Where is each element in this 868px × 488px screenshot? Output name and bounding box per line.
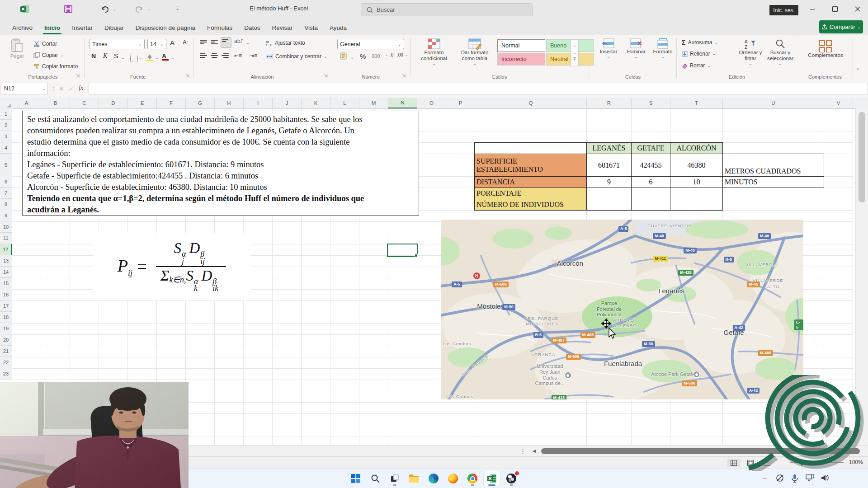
column-header-H[interactable]: H (215, 98, 244, 108)
search-box[interactable]: Buscar (361, 3, 533, 16)
increase-decimal-button[interactable]: ←.0 (385, 52, 393, 57)
font-name-combo[interactable]: Times⌄ (90, 39, 145, 49)
tab-vista[interactable]: Vista (298, 21, 324, 35)
column-header-D[interactable]: D (99, 98, 128, 108)
find-select-button[interactable]: Buscar yseleccionar⌄ (763, 39, 797, 66)
row-header-20[interactable]: 20 (0, 334, 12, 346)
undo-icon[interactable] (100, 4, 110, 14)
select-all-corner[interactable] (0, 98, 12, 108)
tab-archivo[interactable]: Archivo (6, 21, 38, 35)
accounting-format-button[interactable] (340, 52, 349, 61)
table-value-cell[interactable]: 601671 (586, 154, 632, 177)
sort-filter-button[interactable]: AZ Ordenar yfiltrar⌄ (735, 39, 766, 66)
cut-button[interactable]: Cortar (33, 41, 57, 47)
table-value-cell[interactable] (670, 199, 723, 211)
column-header-E[interactable]: E (128, 98, 157, 108)
increase-indent-button[interactable]: ⇥≡ (250, 52, 257, 59)
save-icon[interactable] (63, 4, 73, 14)
formula-input[interactable] (89, 83, 868, 94)
map-image[interactable]: Auto. Radial 5 AlcorcónLeganésMóstolesFu… (441, 220, 803, 399)
column-header-M[interactable]: M (359, 98, 388, 108)
borders-icon[interactable] (130, 54, 138, 61)
table-header-getafe[interactable]: GETAFE (631, 142, 670, 154)
tray-chevron-icon[interactable]: ︿ (762, 474, 768, 482)
table-value-cell[interactable]: 10 (670, 176, 723, 188)
table-value-cell[interactable]: 46380 (670, 154, 723, 177)
gallery-scroll[interactable]: ⌃⌄⊽ (571, 39, 579, 66)
taskbar-search-button[interactable] (367, 471, 384, 486)
network-display-icon[interactable] (806, 474, 815, 482)
zoom-slider-handle[interactable] (801, 460, 803, 465)
row-header-19[interactable]: 19 (0, 323, 12, 334)
decrease-decimal-button[interactable]: .00→ (397, 52, 408, 57)
sign-in-button[interactable]: Inic. ses. (769, 5, 798, 15)
copy-button[interactable]: Copiar⌄ (33, 52, 64, 58)
insert-cells-button[interactable]: Insertar⌄ (596, 38, 621, 60)
table-value-cell[interactable]: 424455 (631, 154, 670, 177)
table-value-cell[interactable] (631, 199, 670, 211)
fill-color-button[interactable] (146, 53, 154, 63)
scroll-left-icon[interactable]: ◀ (533, 449, 536, 453)
accounting-chevron-icon[interactable]: ⌄ (350, 55, 354, 60)
format-cells-button[interactable]: Formato⌄ (651, 38, 675, 60)
cancel-icon[interactable]: ✕ (59, 85, 64, 92)
sheet-tab-splitter[interactable]: ⋮ (520, 448, 526, 455)
chrome-button[interactable] (464, 471, 481, 486)
column-header-G[interactable]: G (186, 98, 215, 108)
edge-button[interactable] (425, 471, 442, 486)
number-format-combo[interactable]: General⌄ (337, 39, 404, 49)
alignment-dialog-launcher[interactable]: ⇲ (324, 74, 329, 79)
merge-center-button[interactable]: Combinar y centrar⌄ (266, 53, 327, 60)
vertical-scrollbar[interactable] (855, 108, 868, 445)
table-header-leganés[interactable]: LEGANÉS (586, 142, 632, 154)
minimize-button[interactable] (802, 0, 823, 18)
decrease-indent-button[interactable]: ⇤≡ (234, 52, 242, 59)
column-header-U[interactable]: U (723, 98, 824, 108)
selected-cell-n12[interactable] (387, 244, 418, 257)
row-header-17[interactable]: 17 (0, 300, 12, 312)
table-row-label[interactable]: DISTANCIA (474, 176, 587, 188)
table-row-label[interactable]: NÚMERO DE INDIVIDUOS (474, 199, 587, 211)
tab-revisar[interactable]: Revisar (266, 21, 298, 35)
table-value-cell[interactable] (670, 188, 723, 199)
column-header-F[interactable]: F (157, 98, 186, 108)
underline-button[interactable]: S (114, 52, 118, 60)
start-button[interactable] (347, 471, 364, 486)
column-headers[interactable]: ABCDEFGHIJKLMNOPQRSTUV (0, 98, 868, 109)
table-corner-cell[interactable] (474, 142, 587, 154)
row-header-6[interactable]: 6 (0, 176, 12, 188)
row-header-23[interactable]: 23 (0, 368, 12, 380)
fx-icon[interactable]: fx (79, 84, 83, 92)
zoom-slider[interactable] (790, 462, 844, 463)
orientation-button[interactable]: ab⤴ (234, 38, 243, 44)
table-value-cell[interactable]: 9 (586, 176, 632, 188)
shrink-font-button[interactable]: Aˇ (183, 39, 188, 46)
zoom-out-icon[interactable]: — (778, 459, 784, 465)
file-explorer-button[interactable] (406, 471, 423, 486)
orientation-chevron-icon[interactable]: ⌄ (246, 41, 250, 45)
column-header-N[interactable]: N (388, 98, 417, 108)
font-size-combo[interactable]: 14⌄ (147, 39, 166, 49)
table-row-label[interactable]: PORCENTAJE (474, 188, 587, 199)
table-row-label[interactable]: SUPERFICIE ESTABLECIMIENTO (474, 154, 587, 177)
share-button[interactable]: Compartir ⌄ (819, 20, 863, 33)
delete-cells-button[interactable]: Eliminar⌄ (623, 38, 649, 60)
italic-button[interactable]: K (103, 52, 107, 60)
table-value-cell[interactable]: 6 (631, 176, 670, 188)
fill-color-chevron-icon[interactable]: ⌄ (155, 56, 159, 60)
wrap-text-button[interactable]: abcAjustar texto (266, 40, 305, 46)
row-header-4[interactable]: 4 (0, 142, 12, 154)
row-header-3[interactable]: 3 (0, 131, 12, 142)
style-neutral[interactable]: Neutral (546, 53, 594, 66)
name-box[interactable]: N12⌄ (0, 83, 48, 94)
column-header-J[interactable]: J (273, 98, 302, 108)
horizontal-scroll-thumb[interactable] (541, 448, 860, 454)
tab-disposici-n-de-p-gina[interactable]: Disposición de página (130, 21, 201, 35)
clipboard-dialog-launcher[interactable]: ⇲ (76, 74, 81, 79)
obs-button[interactable] (503, 471, 520, 486)
font-color-button[interactable]: A (162, 52, 169, 61)
table-unit-cell[interactable]: METROS CUADRADOS (722, 154, 824, 177)
tab-datos[interactable]: Datos (238, 21, 266, 35)
style-bueno[interactable]: Bueno (546, 39, 594, 52)
ribbon-collapse-chevron-icon[interactable]: ⌄ (856, 65, 860, 71)
